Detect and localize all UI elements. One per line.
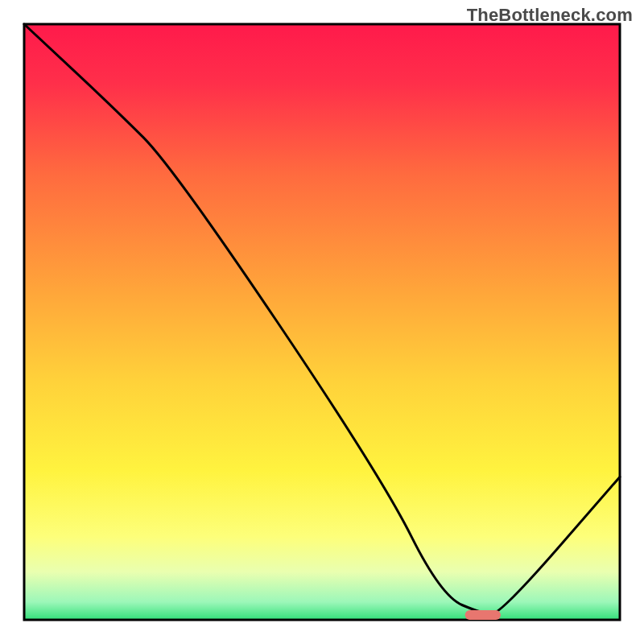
watermark-text: TheBottleneck.com xyxy=(467,5,633,26)
chart-background xyxy=(24,24,620,620)
chart-container: TheBottleneck.com xyxy=(0,0,644,644)
optimal-range-marker xyxy=(465,610,501,620)
bottleneck-chart xyxy=(0,0,644,644)
